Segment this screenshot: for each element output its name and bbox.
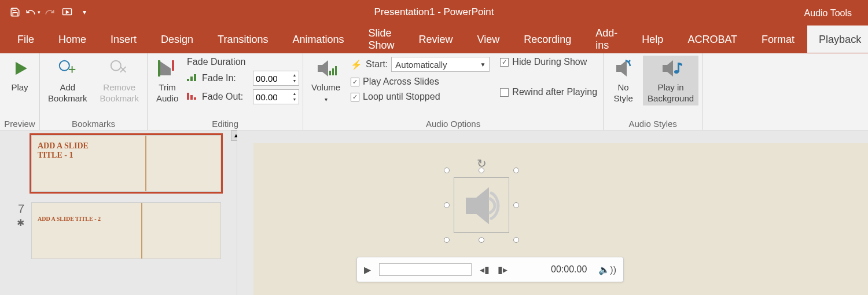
media-playbar: ▶ ◂▮ ▮▸ 00:00.00 🔈)) bbox=[356, 257, 624, 282]
seek-track[interactable] bbox=[379, 263, 472, 276]
tab-slideshow[interactable]: Slide Show bbox=[357, 19, 406, 59]
fade-out-value[interactable] bbox=[253, 90, 290, 104]
resize-handle[interactable] bbox=[444, 202, 450, 208]
svg-rect-9 bbox=[194, 74, 196, 81]
play-across-checkbox[interactable]: ✓ bbox=[351, 78, 359, 86]
tab-transitions[interactable]: Transitions bbox=[206, 26, 279, 53]
add-bookmark-button[interactable]: Add Bookmark bbox=[43, 56, 92, 105]
volume-icon[interactable]: 🔈)) bbox=[598, 264, 616, 275]
spin-up-icon[interactable]: ▲ bbox=[290, 91, 299, 97]
slide-editor[interactable]: ↻ ▶ ◂▮ bbox=[237, 130, 868, 295]
spin-up-icon[interactable]: ▲ bbox=[290, 72, 299, 78]
play-icon[interactable]: ▶ bbox=[364, 264, 371, 275]
undo-button[interactable]: ▾ bbox=[24, 4, 41, 20]
tab-acrobat[interactable]: ACROBAT bbox=[676, 26, 749, 53]
audio-object-selection[interactable]: ↻ bbox=[447, 170, 516, 240]
svg-rect-7 bbox=[187, 79, 189, 81]
redo-button[interactable] bbox=[42, 4, 58, 20]
tab-home[interactable]: Home bbox=[47, 26, 98, 53]
svg-rect-3 bbox=[71, 66, 72, 72]
play-across-label: Play Across Slides bbox=[363, 77, 439, 87]
tab-help[interactable]: Help bbox=[630, 26, 675, 53]
start-dropdown[interactable]: Automatically ▼ bbox=[391, 57, 490, 72]
fade-in-icon bbox=[187, 73, 198, 83]
rewind-label: Rewind after Playing bbox=[512, 87, 597, 97]
svg-rect-6 bbox=[172, 60, 174, 71]
slide-number-7: 7 bbox=[18, 202, 24, 215]
tab-review[interactable]: Review bbox=[407, 26, 465, 53]
svg-rect-14 bbox=[332, 68, 334, 75]
dropdown-icon: ▾ bbox=[325, 96, 328, 103]
svg-rect-11 bbox=[190, 95, 193, 100]
group-preview: Play Preview bbox=[0, 53, 40, 130]
slideshow-button[interactable] bbox=[59, 4, 75, 20]
fade-in-value[interactable] bbox=[253, 71, 290, 85]
play-in-background-button[interactable]: Play in Background bbox=[643, 56, 698, 105]
fade-in-input[interactable]: ▲▼ bbox=[253, 71, 299, 86]
add-bookmark-icon bbox=[56, 57, 79, 80]
no-style-button[interactable]: No Style bbox=[607, 56, 639, 105]
trim-audio-button[interactable]: Trim Audio bbox=[151, 56, 183, 105]
tab-file[interactable]: File bbox=[6, 26, 46, 53]
resize-handle[interactable] bbox=[513, 202, 519, 208]
selection-box bbox=[454, 177, 509, 233]
slide-number bbox=[3, 135, 24, 192]
tab-animations[interactable]: Animations bbox=[281, 26, 355, 53]
resize-handle[interactable] bbox=[479, 167, 484, 173]
tab-bar: File Home Insert Design Transitions Anim… bbox=[0, 24, 868, 53]
fade-in-label: Fade In: bbox=[202, 73, 249, 83]
fade-out-input[interactable]: ▲▼ bbox=[253, 89, 299, 104]
group-label-audio-styles: Audio Styles bbox=[607, 118, 698, 129]
tab-addins[interactable]: Add-ins bbox=[584, 19, 629, 59]
playback-time: 00:00.00 bbox=[551, 264, 587, 275]
slide-panel[interactable]: ADD A SLIDE TITLE - 1 7 ✱ ADD A SLIDE TI… bbox=[0, 130, 237, 295]
fade-out-icon bbox=[187, 92, 198, 102]
ribbon: Play Preview Add Bookmark Remove Bookmar… bbox=[0, 53, 868, 130]
slide-thumbnail-2[interactable]: ADD A SLIDE TITLE - 2 bbox=[31, 202, 221, 259]
play-button[interactable]: Play bbox=[3, 56, 36, 94]
slide-thumbnail-1[interactable]: ADD A SLIDE TITLE - 1 bbox=[31, 135, 221, 192]
slide-title-1: ADD A SLIDE TITLE - 1 bbox=[38, 141, 89, 160]
play-background-icon bbox=[659, 57, 682, 80]
skip-forward-icon[interactable]: ▮▸ bbox=[498, 264, 507, 275]
hide-checkbox[interactable]: ✓ bbox=[500, 58, 509, 67]
spin-down-icon[interactable]: ▼ bbox=[290, 97, 299, 103]
rewind-checkbox[interactable] bbox=[500, 88, 509, 97]
svg-point-1 bbox=[60, 61, 69, 71]
resize-handle[interactable] bbox=[479, 237, 484, 243]
tab-recording[interactable]: Recording bbox=[512, 26, 583, 53]
save-button[interactable] bbox=[7, 4, 23, 20]
group-audio-styles: No Style Play in Background Audio Styles bbox=[604, 53, 703, 130]
tab-insert[interactable]: Insert bbox=[99, 26, 148, 53]
remove-bookmark-icon bbox=[108, 57, 131, 80]
tab-view[interactable]: View bbox=[466, 26, 512, 53]
loop-checkbox[interactable]: ✓ bbox=[351, 93, 359, 101]
group-editing: Trim Audio Fade Duration Fade In: ▲▼ Fad… bbox=[148, 53, 303, 130]
loop-label: Loop until Stopped bbox=[363, 92, 440, 102]
resize-handle[interactable] bbox=[513, 167, 519, 173]
slide-title-2: ADD A SLIDE TITLE - 2 bbox=[38, 216, 101, 222]
slide-canvas[interactable]: ↻ ▶ ◂▮ bbox=[253, 143, 868, 295]
remove-bookmark-button[interactable]: Remove Bookmark bbox=[95, 56, 144, 105]
volume-icon bbox=[314, 57, 337, 80]
skip-back-icon[interactable]: ◂▮ bbox=[480, 264, 490, 275]
resize-handle[interactable] bbox=[444, 167, 450, 173]
resize-handle[interactable] bbox=[513, 237, 519, 243]
no-style-icon bbox=[612, 57, 635, 80]
contextual-tab-title: Audio Tools bbox=[804, 8, 852, 19]
tab-design[interactable]: Design bbox=[149, 26, 205, 53]
tab-format[interactable]: Format bbox=[750, 26, 806, 53]
spin-down-icon[interactable]: ▼ bbox=[290, 78, 299, 84]
tab-playback[interactable]: Playback bbox=[807, 26, 868, 53]
slide-divider bbox=[145, 136, 146, 191]
svg-rect-5 bbox=[158, 60, 160, 77]
svg-rect-8 bbox=[190, 77, 193, 81]
fade-out-label: Fade Out: bbox=[202, 92, 249, 102]
svg-rect-15 bbox=[335, 66, 337, 75]
title-bar: ▾ ▾ Presentation1 - PowerPoint Audio Too… bbox=[0, 0, 868, 24]
resize-handle[interactable] bbox=[444, 237, 450, 243]
svg-rect-10 bbox=[187, 93, 189, 100]
qat-customize[interactable]: ▾ bbox=[76, 4, 93, 20]
trim-audio-icon bbox=[156, 57, 179, 80]
volume-button[interactable]: Volume▾ bbox=[307, 56, 345, 105]
